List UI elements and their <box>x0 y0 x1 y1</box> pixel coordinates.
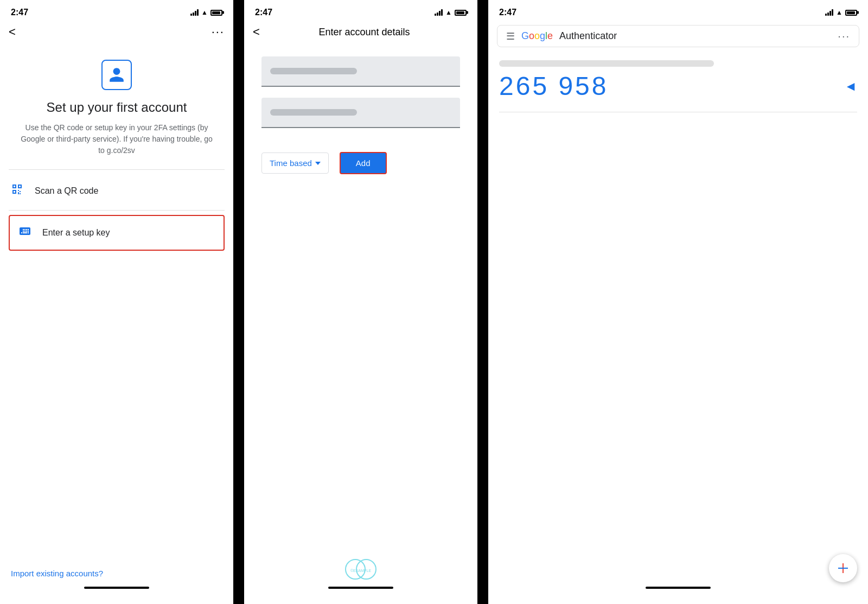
scan-qr-label: Scan a QR code <box>35 186 98 196</box>
wifi-icon-3: ▲ <box>836 9 843 16</box>
phone-panel-1: 2:47 ▲ < ··· Set up your first account U… <box>0 0 233 604</box>
status-bar-2: 2:47 ▲ <box>244 0 477 21</box>
status-icons-1: ▲ <box>190 9 222 16</box>
account-divider <box>499 112 857 112</box>
svg-text:©EXAMPLE: ©EXAMPLE <box>350 569 372 573</box>
app-toolbar: ☰ Google Authenticator ··· <box>497 25 859 47</box>
battery-icon-3 <box>845 10 857 16</box>
nav-bar-2: < Enter account details <box>244 21 477 43</box>
phone-panel-3: 2:47 ▲ ☰ Google Authenticator ··· 265 95… <box>488 0 868 604</box>
signal-icon-2 <box>435 9 443 16</box>
page-title-2: Enter account details <box>318 27 410 38</box>
fab-add-button[interactable] <box>829 554 857 582</box>
home-indicator-3 <box>646 587 711 589</box>
status-time-2: 2:47 <box>255 8 272 17</box>
otp-chevron-icon[interactable]: ◄ <box>844 79 857 94</box>
wifi-icon-1: ▲ <box>201 9 208 16</box>
chevron-down-icon <box>315 162 321 165</box>
enter-key-label: Enter a setup key <box>42 228 110 238</box>
setup-desc: Use the QR code or setup key in your 2FA… <box>0 122 233 169</box>
qr-icon <box>11 183 24 199</box>
time-based-button[interactable]: Time based <box>261 152 329 174</box>
keyboard-icon <box>18 225 31 241</box>
add-button[interactable]: Add <box>340 152 387 174</box>
google-logo: Google <box>521 30 553 42</box>
status-time-3: 2:47 <box>499 8 516 17</box>
panel-divider-2 <box>477 0 488 604</box>
setup-key-input[interactable] <box>261 98 460 128</box>
battery-icon-2 <box>455 10 467 16</box>
wifi-icon-2: ▲ <box>445 9 452 16</box>
panel-1-bottom: Import existing accounts? <box>0 564 233 604</box>
account-card: 265 958 ◄ <box>488 52 868 110</box>
inputs-container <box>244 43 477 152</box>
battery-icon-1 <box>210 10 222 16</box>
import-link[interactable]: Import existing accounts? <box>0 564 233 582</box>
svg-rect-4 <box>838 568 848 569</box>
panel-3-bottom <box>488 582 868 604</box>
home-indicator-2 <box>328 587 393 589</box>
otp-row: 265 958 ◄ <box>499 71 857 101</box>
watermark: ©EXAMPLE <box>344 558 377 582</box>
account-name-input[interactable] <box>261 56 460 87</box>
toolbar-more-button[interactable]: ··· <box>838 30 850 42</box>
actions-row: Time based Add <box>244 152 477 174</box>
home-indicator-1 <box>84 587 149 589</box>
otp-code[interactable]: 265 958 <box>499 71 609 101</box>
setup-key-placeholder <box>270 109 357 116</box>
phone-panel-2: 2:47 ▲ < Enter account details Time bas <box>244 0 477 604</box>
status-icons-2: ▲ <box>435 9 467 16</box>
status-time-1: 2:47 <box>11 8 28 17</box>
account-icon <box>101 60 132 90</box>
app-name: Authenticator <box>559 30 617 42</box>
account-name-placeholder <box>270 68 357 74</box>
account-name-bar <box>499 60 714 67</box>
status-bar-3: 2:47 ▲ <box>488 0 868 21</box>
scan-qr-option[interactable]: Scan a QR code <box>0 172 233 210</box>
setup-icon-container <box>0 43 233 99</box>
back-button-2[interactable]: < <box>253 25 260 39</box>
back-button-1[interactable]: < <box>9 25 16 39</box>
enter-key-option[interactable]: Enter a setup key <box>9 215 225 251</box>
more-button-1[interactable]: ··· <box>212 25 225 39</box>
signal-icon-3 <box>825 9 833 16</box>
setup-title: Set up your first account <box>0 99 233 122</box>
panel-divider-1 <box>233 0 244 604</box>
signal-icon-1 <box>190 9 199 16</box>
status-icons-3: ▲ <box>825 9 857 16</box>
divider-1 <box>9 169 225 170</box>
divider-2 <box>9 210 225 211</box>
time-based-label: Time based <box>270 158 312 168</box>
nav-bar-1: < ··· <box>0 21 233 43</box>
hamburger-icon[interactable]: ☰ <box>506 30 515 42</box>
status-bar-1: 2:47 ▲ <box>0 0 233 21</box>
panel-2-bottom <box>244 582 477 604</box>
